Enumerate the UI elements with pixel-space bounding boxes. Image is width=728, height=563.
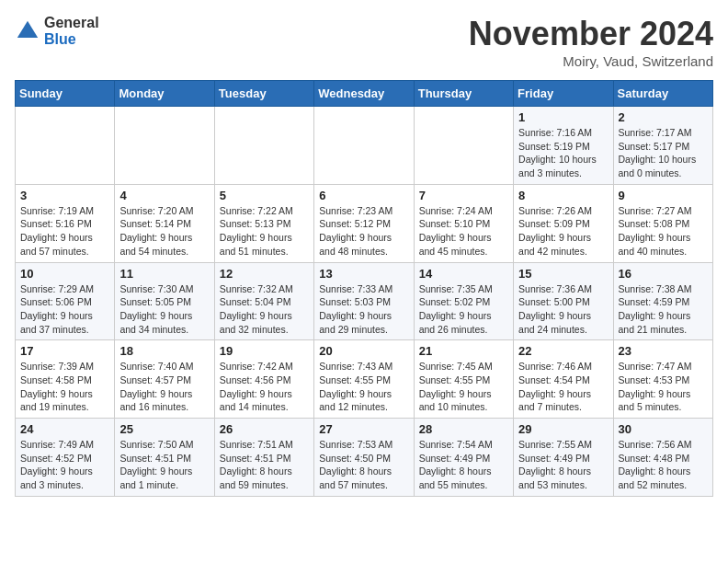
day-info: Sunrise: 7:27 AMSunset: 5:08 PMDaylight:…	[619, 204, 708, 259]
day-number: 1	[518, 110, 608, 124]
day-number: 15	[518, 267, 608, 281]
day-info: Sunrise: 7:55 AMSunset: 4:49 PMDaylight:…	[518, 438, 608, 492]
day-info: Sunrise: 7:54 AMSunset: 4:49 PMDaylight:…	[419, 438, 508, 492]
day-info: Sunrise: 7:40 AMSunset: 4:57 PMDaylight:…	[119, 360, 209, 414]
day-number: 11	[119, 267, 209, 281]
day-info: Sunrise: 7:45 AMSunset: 4:55 PMDaylight:…	[419, 360, 508, 414]
calendar-cell	[16, 107, 115, 185]
calendar-cell	[214, 107, 313, 185]
calendar-cell: 9Sunrise: 7:27 AMSunset: 5:08 PMDaylight…	[613, 184, 712, 262]
day-number: 2	[619, 110, 708, 124]
logo-blue: Blue	[44, 31, 99, 48]
weekday-monday: Monday	[115, 81, 214, 107]
day-info: Sunrise: 7:30 AMSunset: 5:05 PMDaylight:…	[119, 282, 209, 337]
day-number: 13	[319, 267, 408, 281]
day-number: 19	[220, 344, 309, 358]
calendar-cell: 4Sunrise: 7:20 AMSunset: 5:14 PMDaylight…	[115, 184, 214, 262]
day-number: 5	[220, 189, 309, 202]
calendar-week-2: 10Sunrise: 7:29 AMSunset: 5:06 PMDayligh…	[16, 262, 713, 340]
day-info: Sunrise: 7:16 AMSunset: 5:19 PMDaylight:…	[518, 126, 608, 180]
day-info: Sunrise: 7:43 AMSunset: 4:55 PMDaylight:…	[319, 360, 408, 414]
calendar-cell	[414, 107, 513, 185]
calendar-cell: 13Sunrise: 7:33 AMSunset: 5:03 PMDayligh…	[314, 262, 414, 340]
calendar-cell	[314, 107, 414, 185]
day-number: 21	[419, 344, 508, 358]
day-info: Sunrise: 7:29 AMSunset: 5:06 PMDaylight:…	[20, 282, 109, 337]
day-number: 12	[220, 267, 309, 281]
day-number: 10	[20, 267, 109, 281]
calendar-cell: 17Sunrise: 7:39 AMSunset: 4:58 PMDayligh…	[16, 340, 115, 419]
calendar-cell: 3Sunrise: 7:19 AMSunset: 5:16 PMDaylight…	[16, 184, 115, 262]
day-number: 27	[319, 422, 408, 436]
day-info: Sunrise: 7:20 AMSunset: 5:14 PMDaylight:…	[119, 204, 209, 259]
calendar-cell: 16Sunrise: 7:38 AMSunset: 4:59 PMDayligh…	[613, 262, 712, 340]
weekday-thursday: Thursday	[414, 81, 513, 107]
calendar-cell: 22Sunrise: 7:46 AMSunset: 4:54 PMDayligh…	[514, 340, 613, 419]
logo-general: General	[44, 15, 99, 31]
day-info: Sunrise: 7:24 AMSunset: 5:10 PMDaylight:…	[419, 204, 508, 259]
weekday-sunday: Sunday	[16, 81, 115, 107]
day-number: 6	[319, 189, 408, 202]
calendar-cell: 18Sunrise: 7:40 AMSunset: 4:57 PMDayligh…	[115, 340, 214, 419]
calendar-cell: 29Sunrise: 7:55 AMSunset: 4:49 PMDayligh…	[514, 419, 613, 497]
day-number: 9	[619, 189, 708, 202]
day-number: 17	[20, 344, 109, 358]
calendar-header: SundayMondayTuesdayWednesdayThursdayFrid…	[16, 81, 713, 107]
calendar-cell	[115, 107, 214, 185]
day-info: Sunrise: 7:17 AMSunset: 5:17 PMDaylight:…	[619, 126, 708, 180]
day-number: 16	[619, 267, 708, 281]
calendar-cell: 21Sunrise: 7:45 AMSunset: 4:55 PMDayligh…	[414, 340, 513, 419]
calendar-cell: 26Sunrise: 7:51 AMSunset: 4:51 PMDayligh…	[214, 419, 313, 497]
title-block: November 2024 Moiry, Vaud, Switzerland	[469, 15, 713, 69]
weekday-saturday: Saturday	[613, 81, 712, 107]
weekday-wednesday: Wednesday	[314, 81, 414, 107]
day-number: 7	[419, 189, 508, 202]
calendar-cell: 12Sunrise: 7:32 AMSunset: 5:04 PMDayligh…	[214, 262, 313, 340]
day-info: Sunrise: 7:38 AMSunset: 4:59 PMDaylight:…	[619, 282, 708, 337]
day-number: 23	[619, 344, 708, 358]
calendar-week-0: 1Sunrise: 7:16 AMSunset: 5:19 PMDaylight…	[16, 107, 713, 185]
day-info: Sunrise: 7:49 AMSunset: 4:52 PMDaylight:…	[20, 438, 109, 492]
weekday-friday: Friday	[514, 81, 613, 107]
logo-text: General Blue	[44, 15, 99, 47]
day-number: 3	[20, 189, 109, 202]
day-info: Sunrise: 7:35 AMSunset: 5:02 PMDaylight:…	[419, 282, 508, 337]
calendar-cell: 14Sunrise: 7:35 AMSunset: 5:02 PMDayligh…	[414, 262, 513, 340]
calendar-cell: 2Sunrise: 7:17 AMSunset: 5:17 PMDaylight…	[613, 107, 712, 185]
calendar-cell: 30Sunrise: 7:56 AMSunset: 4:48 PMDayligh…	[613, 419, 712, 497]
month-title: November 2024	[469, 15, 713, 53]
calendar-week-1: 3Sunrise: 7:19 AMSunset: 5:16 PMDaylight…	[16, 184, 713, 262]
day-info: Sunrise: 7:51 AMSunset: 4:51 PMDaylight:…	[220, 438, 309, 492]
calendar-cell: 6Sunrise: 7:23 AMSunset: 5:12 PMDaylight…	[314, 184, 414, 262]
calendar-cell: 27Sunrise: 7:53 AMSunset: 4:50 PMDayligh…	[314, 419, 414, 497]
day-number: 26	[220, 422, 309, 436]
day-info: Sunrise: 7:19 AMSunset: 5:16 PMDaylight:…	[20, 204, 109, 259]
day-number: 29	[518, 422, 608, 436]
calendar-cell: 19Sunrise: 7:42 AMSunset: 4:56 PMDayligh…	[214, 340, 313, 419]
calendar-cell: 15Sunrise: 7:36 AMSunset: 5:00 PMDayligh…	[514, 262, 613, 340]
day-number: 18	[119, 344, 209, 358]
calendar-cell: 5Sunrise: 7:22 AMSunset: 5:13 PMDaylight…	[214, 184, 313, 262]
calendar-cell: 11Sunrise: 7:30 AMSunset: 5:05 PMDayligh…	[115, 262, 214, 340]
day-info: Sunrise: 7:56 AMSunset: 4:48 PMDaylight:…	[619, 438, 708, 492]
day-number: 24	[20, 422, 109, 436]
calendar-cell: 20Sunrise: 7:43 AMSunset: 4:55 PMDayligh…	[314, 340, 414, 419]
day-number: 25	[119, 422, 209, 436]
day-number: 4	[119, 189, 209, 202]
calendar-week-4: 24Sunrise: 7:49 AMSunset: 4:52 PMDayligh…	[16, 419, 713, 497]
day-info: Sunrise: 7:46 AMSunset: 4:54 PMDaylight:…	[518, 360, 608, 414]
day-info: Sunrise: 7:26 AMSunset: 5:09 PMDaylight:…	[518, 204, 608, 259]
day-number: 30	[619, 422, 708, 436]
page-header: General Blue November 2024 Moiry, Vaud, …	[15, 15, 713, 69]
day-number: 20	[319, 344, 408, 358]
calendar-cell: 25Sunrise: 7:50 AMSunset: 4:51 PMDayligh…	[115, 419, 214, 497]
calendar-cell: 10Sunrise: 7:29 AMSunset: 5:06 PMDayligh…	[16, 262, 115, 340]
day-info: Sunrise: 7:33 AMSunset: 5:03 PMDaylight:…	[319, 282, 408, 337]
svg-marker-0	[17, 20, 38, 37]
calendar-cell: 24Sunrise: 7:49 AMSunset: 4:52 PMDayligh…	[16, 419, 115, 497]
calendar-cell: 28Sunrise: 7:54 AMSunset: 4:49 PMDayligh…	[414, 419, 513, 497]
calendar-cell: 8Sunrise: 7:26 AMSunset: 5:09 PMDaylight…	[514, 184, 613, 262]
logo-icon	[15, 18, 40, 44]
calendar-table: SundayMondayTuesdayWednesdayThursdayFrid…	[15, 80, 713, 497]
day-info: Sunrise: 7:32 AMSunset: 5:04 PMDaylight:…	[220, 282, 309, 337]
